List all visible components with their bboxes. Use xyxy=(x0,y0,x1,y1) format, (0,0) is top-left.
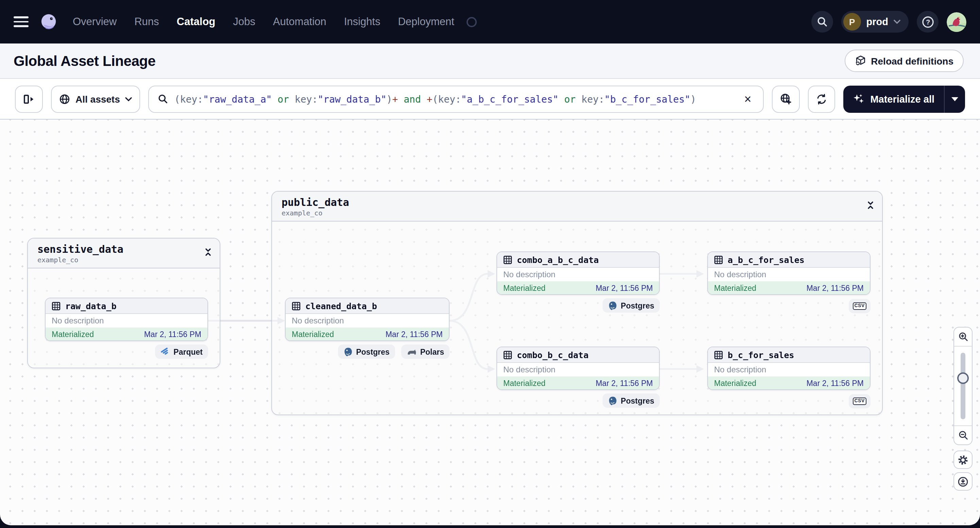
collapse-group-button[interactable] xyxy=(866,200,875,210)
table-icon xyxy=(714,255,723,264)
materialize-options-button[interactable] xyxy=(945,85,965,113)
polars-icon xyxy=(407,348,417,355)
tag-label: Polars xyxy=(420,347,444,356)
help-button[interactable]: ? xyxy=(917,11,939,33)
asset-status: Materialized xyxy=(503,379,546,387)
table-icon xyxy=(714,350,723,359)
asset-description: No description xyxy=(286,314,449,328)
asset-timestamp: Mar 2, 11:56 PM xyxy=(386,330,443,338)
collapse-group-button[interactable] xyxy=(204,247,212,257)
asset-node-cleaned-data-b[interactable]: cleaned_data_b No description Materializ… xyxy=(285,298,450,341)
asset-status: Materialized xyxy=(292,330,334,338)
tag-parquet[interactable]: Parquet xyxy=(155,344,208,359)
asset-query-text: (key:"raw_data_a" or key:"raw_data_b")+ … xyxy=(175,94,696,104)
download-icon xyxy=(958,476,969,487)
asset-name: raw_data_b xyxy=(65,301,117,311)
asset-tags: Postgres xyxy=(603,393,660,408)
search-icon xyxy=(817,16,828,27)
page-title: Global Asset Lineage xyxy=(14,53,156,69)
materialize-all-button[interactable]: Materialize all xyxy=(843,85,944,113)
title-bar: Global Asset Lineage Reload definitions xyxy=(0,43,980,79)
asset-status: Materialized xyxy=(714,284,756,292)
nav-item-runs[interactable]: Runs xyxy=(134,16,159,28)
table-icon xyxy=(503,255,512,264)
tag-postgres[interactable]: Postgres xyxy=(603,393,660,408)
asset-name: cleaned_data_b xyxy=(305,301,377,311)
reload-definitions-button[interactable]: Reload definitions xyxy=(844,49,964,72)
nav-item-catalog[interactable]: Catalog xyxy=(177,16,216,28)
new-asset-selection-button[interactable] xyxy=(772,85,799,113)
search-button[interactable] xyxy=(811,11,833,33)
group-header: public_data example_co xyxy=(272,192,882,222)
zoom-out-icon xyxy=(958,430,968,440)
zoom-in-button[interactable] xyxy=(954,328,972,347)
panel-open-icon xyxy=(23,94,35,104)
menu-icon[interactable] xyxy=(14,16,29,27)
loading-spinner xyxy=(466,17,477,27)
clear-query-button[interactable]: × xyxy=(741,91,754,106)
asset-timestamp: Mar 2, 11:56 PM xyxy=(807,284,864,292)
tag-csv[interactable]: CSV xyxy=(848,394,870,408)
group-header: sensitive_data example_co xyxy=(28,238,220,268)
user-avatar[interactable] xyxy=(947,12,966,32)
tag-label: Postgres xyxy=(621,396,654,405)
asset-query-input[interactable]: (key:"raw_data_a" or key:"raw_data_b")+ … xyxy=(149,85,764,113)
asset-node-combo-a-b-c-data[interactable]: combo_a_b_c_data No description Material… xyxy=(496,251,660,295)
tag-polars[interactable]: Polars xyxy=(401,344,450,359)
asset-scope-dropdown[interactable]: All assets xyxy=(51,85,140,113)
settings-gear-icon xyxy=(958,454,969,465)
graph-settings-button[interactable] xyxy=(953,450,972,469)
asset-node-b-c-for-sales[interactable]: b_c_for_sales No description Materialize… xyxy=(707,347,870,390)
help-icon: ? xyxy=(921,15,934,28)
globe-icon xyxy=(59,94,70,104)
asset-timestamp: Mar 2, 11:56 PM xyxy=(144,330,201,338)
asset-tags: CSV xyxy=(848,299,870,313)
zoom-controls xyxy=(953,327,972,445)
asset-tags: Parquet xyxy=(155,344,208,359)
tag-label: Parquet xyxy=(173,347,203,356)
asset-node-raw-data-b[interactable]: raw_data_b No description MaterializedMa… xyxy=(45,298,208,341)
nav-item-deployment[interactable]: Deployment xyxy=(398,16,454,28)
chevron-down-icon xyxy=(894,20,900,24)
tag-label: Postgres xyxy=(621,301,654,309)
environment-switcher[interactable]: P prod xyxy=(841,11,908,33)
tag-postgres[interactable]: Postgres xyxy=(603,298,660,312)
asset-tags: Postgres Polars xyxy=(338,344,450,359)
tag-csv[interactable]: CSV xyxy=(848,299,870,313)
asset-name: a_b_c_for_sales xyxy=(728,254,805,265)
nav-item-automation[interactable]: Automation xyxy=(273,16,326,28)
materialize-all-label: Materialize all xyxy=(870,94,934,104)
table-icon xyxy=(503,350,512,359)
download-image-button[interactable] xyxy=(953,472,972,491)
nav-right: P prod ? xyxy=(811,11,966,33)
asset-name: combo_b_c_data xyxy=(517,350,589,360)
tag-postgres[interactable]: Postgres xyxy=(338,344,395,359)
asset-node-a-b-c-for-sales[interactable]: a_b_c_for_sales No description Materiali… xyxy=(707,251,870,295)
nav-item-insights[interactable]: Insights xyxy=(344,16,380,28)
group-repo: example_co xyxy=(282,209,873,217)
asset-status: Materialized xyxy=(52,330,94,338)
zoom-slider-track[interactable] xyxy=(961,353,966,419)
collapse-icon xyxy=(866,200,875,210)
zoom-slider[interactable] xyxy=(954,347,972,425)
zoom-slider-thumb[interactable] xyxy=(957,373,969,384)
asset-node-combo-b-c-data[interactable]: combo_b_c_data No description Materializ… xyxy=(496,347,660,390)
nav-item-jobs[interactable]: Jobs xyxy=(233,16,255,28)
asset-description: No description xyxy=(708,268,870,281)
environment-avatar: P xyxy=(843,13,861,30)
asset-name: b_c_for_sales xyxy=(728,350,794,360)
reload-cube-icon xyxy=(854,55,866,67)
lineage-canvas[interactable]: sensitive_data example_co public_data ex… xyxy=(0,120,980,525)
open-panel-button[interactable] xyxy=(15,85,43,113)
zoom-out-button[interactable] xyxy=(954,425,972,444)
asset-tags: Postgres xyxy=(603,298,660,312)
sparkle-icon xyxy=(853,93,864,105)
group-name: public_data xyxy=(282,197,873,209)
asset-description: No description xyxy=(497,268,659,281)
dagster-logo[interactable] xyxy=(40,13,58,31)
postgres-icon xyxy=(343,347,353,357)
group-name: sensitive_data xyxy=(37,243,210,255)
nav-item-overview[interactable]: Overview xyxy=(73,16,117,28)
asset-scope-label: All assets xyxy=(75,94,120,104)
refresh-graph-button[interactable] xyxy=(808,85,835,113)
